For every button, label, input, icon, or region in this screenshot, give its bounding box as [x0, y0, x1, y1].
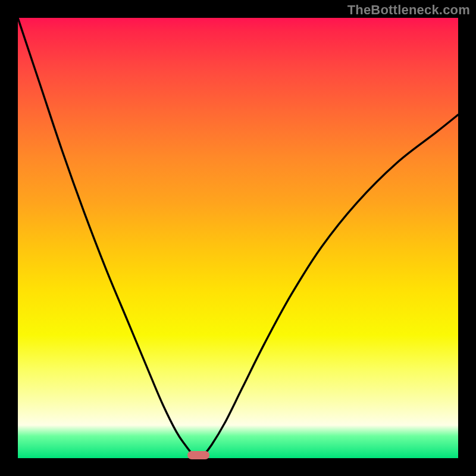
plot-area [18, 18, 458, 458]
watermark-text: TheBottleneck.com [347, 2, 470, 18]
bottleneck-curve [18, 18, 458, 458]
optimal-marker [187, 451, 209, 459]
chart-frame: TheBottleneck.com [0, 0, 476, 476]
